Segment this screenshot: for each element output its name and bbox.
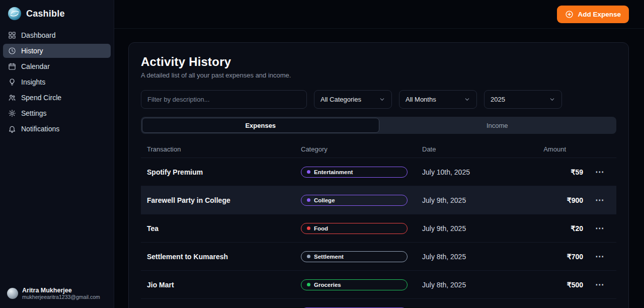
sidebar-item-label: Insights bbox=[21, 78, 45, 86]
transaction-date: July 9th, 2025 bbox=[422, 196, 533, 204]
main-area: Add Expense Activity History A detailed … bbox=[114, 0, 644, 308]
sidebar-item-label: Calendar bbox=[21, 62, 50, 70]
category-label: Entertainment bbox=[314, 169, 353, 175]
transaction-date: July 8th, 2025 bbox=[422, 253, 533, 261]
month-filter-dropdown[interactable]: All Months bbox=[399, 90, 477, 109]
transaction-name: Spotify Premium bbox=[141, 168, 301, 176]
table-row[interactable]: Farewell Party in College College July 9… bbox=[141, 186, 616, 214]
category-badge: College bbox=[301, 195, 408, 206]
table-row[interactable]: Spotify Premium Entertainment July 10th,… bbox=[141, 158, 616, 186]
year-filter-dropdown[interactable]: 2025 bbox=[484, 90, 562, 109]
chevron-down-icon bbox=[549, 96, 555, 103]
transaction-amount: ₹59 bbox=[533, 168, 583, 176]
sidebar: Cashible Dashboard History Calendar Insi… bbox=[0, 0, 114, 308]
user-name: Aritra Mukherjee bbox=[22, 287, 100, 294]
transaction-date: July 9th, 2025 bbox=[422, 224, 533, 233]
table-row[interactable]: Settlement to Kumaresh Settlement July 8… bbox=[141, 243, 616, 271]
app-logo-icon bbox=[8, 7, 21, 20]
sidebar-item-notifications[interactable]: Notifications bbox=[3, 122, 111, 136]
row-menu-button[interactable]: ⋯ bbox=[591, 194, 608, 206]
category-badge: Settlement bbox=[301, 251, 408, 262]
category-cell: Settlement bbox=[301, 251, 422, 262]
category-filter-value: All Categories bbox=[320, 96, 361, 103]
transaction-name: Jio Mart bbox=[141, 281, 301, 289]
year-filter-value: 2025 bbox=[491, 96, 505, 103]
category-dot-icon bbox=[307, 255, 310, 258]
sidebar-item-insights[interactable]: Insights bbox=[3, 75, 111, 89]
transaction-name: Farewell Party in College bbox=[141, 196, 301, 204]
sidebar-item-label: Settings bbox=[21, 109, 47, 117]
row-menu-button[interactable]: ⋯ bbox=[591, 166, 608, 178]
sidebar-item-dashboard[interactable]: Dashboard bbox=[3, 28, 111, 42]
category-label: Settlement bbox=[314, 254, 344, 260]
table-body: Spotify Premium Entertainment July 10th,… bbox=[141, 158, 616, 308]
transaction-date: July 8th, 2025 bbox=[422, 281, 533, 289]
category-label: College bbox=[314, 197, 335, 203]
expenses-income-tabs: Expenses Income bbox=[141, 117, 616, 134]
header-amount: Amount bbox=[533, 145, 583, 153]
chevron-down-icon bbox=[464, 96, 470, 103]
sidebar-item-calendar[interactable]: Calendar bbox=[3, 59, 111, 73]
transaction-name: Settlement to Kumaresh bbox=[141, 253, 301, 261]
tab-income[interactable]: Income bbox=[379, 118, 616, 133]
category-cell: Food bbox=[301, 223, 422, 234]
category-cell: College bbox=[301, 195, 422, 206]
tab-income-label: Income bbox=[487, 122, 508, 129]
category-filter-dropdown[interactable]: All Categories bbox=[314, 90, 392, 109]
sidebar-item-history[interactable]: History bbox=[3, 44, 111, 58]
transaction-name: Tea bbox=[141, 224, 301, 233]
page-subtitle: A detailed list of all your past expense… bbox=[141, 71, 616, 79]
category-badge: Food bbox=[301, 223, 408, 234]
month-filter-value: All Months bbox=[406, 96, 436, 103]
history-icon bbox=[8, 47, 16, 55]
sidebar-item-label: Spend Circle bbox=[21, 94, 61, 102]
tab-expenses-label: Expenses bbox=[245, 122, 276, 129]
tab-expenses[interactable]: Expenses bbox=[142, 118, 379, 133]
sidebar-item-label: History bbox=[21, 47, 43, 55]
category-dot-icon bbox=[307, 226, 310, 230]
sidebar-item-label: Dashboard bbox=[21, 31, 56, 39]
bell-icon bbox=[8, 125, 16, 133]
table-row[interactable]: Jio Mart Groceries July 8th, 2025 ₹500 ⋯ bbox=[141, 271, 616, 299]
category-dot-icon bbox=[307, 170, 310, 174]
row-menu-button[interactable]: ⋯ bbox=[591, 250, 608, 263]
category-badge: Entertainment bbox=[301, 167, 408, 178]
transaction-amount: ₹500 bbox=[533, 281, 583, 289]
transaction-amount: ₹900 bbox=[533, 196, 583, 204]
add-expense-button[interactable]: Add Expense bbox=[557, 6, 629, 23]
gear-icon bbox=[8, 109, 16, 117]
header-category: Category bbox=[301, 145, 422, 153]
sidebar-item-label: Notifications bbox=[21, 125, 59, 133]
sidebar-nav: Dashboard History Calendar Insights Spen… bbox=[0, 26, 114, 138]
row-menu-button[interactable]: ⋯ bbox=[591, 278, 608, 291]
chevron-down-icon bbox=[379, 96, 385, 103]
calendar-icon bbox=[8, 62, 16, 70]
users-icon bbox=[8, 94, 16, 102]
lightbulb-icon bbox=[8, 78, 16, 86]
filters-row: All Categories All Months 2025 bbox=[141, 90, 616, 109]
dashboard-icon bbox=[8, 31, 16, 39]
avatar bbox=[7, 288, 18, 299]
circle-plus-icon bbox=[565, 10, 574, 19]
header-date: Date bbox=[422, 145, 533, 153]
category-cell: Entertainment bbox=[301, 167, 422, 178]
category-badge: Groceries bbox=[301, 279, 408, 290]
transaction-date: July 10th, 2025 bbox=[422, 168, 533, 176]
topbar: Add Expense bbox=[114, 0, 644, 29]
user-profile[interactable]: Aritra Mukherjee mukherjeearitra1233@gma… bbox=[0, 281, 114, 308]
sidebar-item-spend-circle[interactable]: Spend Circle bbox=[3, 91, 111, 105]
user-email: mukherjeearitra1233@gmail.com bbox=[22, 294, 100, 300]
table-row[interactable]: Spotify Premium Entertainment July 8th, … bbox=[141, 299, 616, 308]
transaction-amount: ₹700 bbox=[533, 253, 583, 261]
table-row[interactable]: Tea Food July 9th, 2025 ₹20 ⋯ bbox=[141, 214, 616, 243]
row-menu-button[interactable]: ⋯ bbox=[591, 222, 608, 235]
sidebar-item-settings[interactable]: Settings bbox=[3, 106, 111, 120]
category-label: Food bbox=[314, 225, 328, 232]
description-filter-input[interactable] bbox=[141, 90, 307, 109]
app-title: Cashible bbox=[26, 9, 65, 19]
header-transaction: Transaction bbox=[141, 145, 301, 153]
category-cell: Groceries bbox=[301, 279, 422, 290]
brand: Cashible bbox=[0, 0, 114, 26]
page-title: Activity History bbox=[141, 55, 616, 69]
category-dot-icon bbox=[307, 198, 310, 202]
